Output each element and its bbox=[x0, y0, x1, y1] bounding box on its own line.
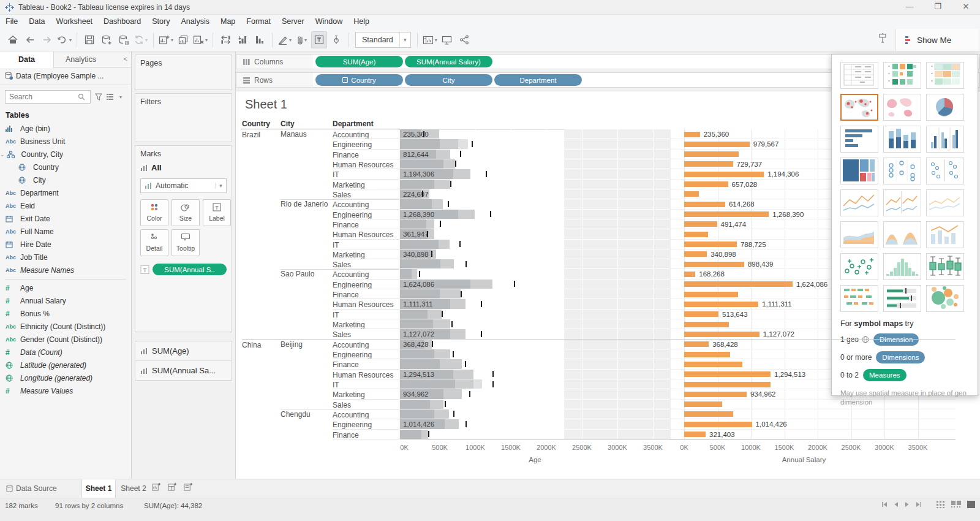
nav-prev-icon[interactable] bbox=[894, 501, 899, 508]
salary-bar[interactable] bbox=[684, 401, 722, 407]
filters-card[interactable]: Filters bbox=[135, 93, 232, 142]
age-bar-segment[interactable] bbox=[400, 310, 428, 319]
field-country[interactable]: Country bbox=[0, 161, 131, 173]
age-tick-mark[interactable] bbox=[451, 321, 453, 327]
salary-bar[interactable] bbox=[684, 272, 695, 277]
showme-bubbles[interactable] bbox=[926, 285, 964, 312]
age-tick-mark[interactable] bbox=[427, 231, 428, 237]
showme-box-whisker[interactable] bbox=[926, 253, 964, 280]
age-tick-mark[interactable] bbox=[422, 191, 423, 197]
age-tick-mark[interactable] bbox=[469, 391, 470, 397]
age-bar-segment[interactable] bbox=[400, 269, 412, 278]
menu-window[interactable]: Window bbox=[310, 15, 348, 28]
marks-section-sum-age[interactable]: SUM(Age) bbox=[135, 341, 232, 360]
field-data-count-[interactable]: #Data (Count) bbox=[0, 346, 131, 359]
view-options-caret-icon[interactable]: ▾ bbox=[119, 94, 122, 100]
menu-server[interactable]: Server bbox=[276, 15, 310, 28]
age-tick-mark[interactable] bbox=[455, 161, 456, 167]
sheet-tab-sheet-2[interactable]: Sheet 2 bbox=[116, 479, 151, 498]
duplicate-button[interactable] bbox=[175, 31, 191, 48]
showme-pill-dimensions[interactable]: Dimensions bbox=[876, 351, 925, 363]
clear-sheet-button[interactable]: ▾ bbox=[192, 31, 208, 48]
showme-pie[interactable] bbox=[926, 94, 964, 121]
salary-bar[interactable] bbox=[684, 302, 758, 307]
salary-bar[interactable] bbox=[684, 332, 760, 337]
sort-desc-button[interactable] bbox=[252, 31, 268, 48]
menu-format[interactable]: Format bbox=[241, 15, 276, 28]
nav-last-icon[interactable] bbox=[916, 501, 922, 508]
age-tick-mark[interactable] bbox=[453, 411, 454, 417]
new-dashboard-icon[interactable] bbox=[168, 482, 183, 496]
salary-bar[interactable] bbox=[684, 341, 709, 347]
show-me-button[interactable]: Show Me bbox=[895, 29, 978, 51]
age-tick-mark[interactable] bbox=[459, 241, 461, 247]
field-business-unit[interactable]: AbcBusiness Unit bbox=[0, 135, 131, 148]
field-longitude-generated-[interactable]: Longitude (generated) bbox=[0, 371, 131, 384]
age-tick-mark[interactable] bbox=[428, 431, 429, 437]
age-bar-segment[interactable] bbox=[400, 409, 434, 419]
data-source-tab[interactable]: Data Source bbox=[0, 479, 66, 498]
age-bar-segment[interactable] bbox=[400, 319, 433, 329]
showme-lines[interactable] bbox=[840, 189, 878, 216]
add-data-button[interactable] bbox=[99, 31, 115, 48]
age-bar-segment[interactable] bbox=[400, 400, 430, 409]
salary-bar[interactable] bbox=[684, 211, 769, 217]
age-tick-mark[interactable] bbox=[472, 141, 473, 147]
field-ethnicity-count-distinct-[interactable]: AbcEthnicity (Count (Distinct)) bbox=[0, 320, 131, 333]
showme-bars-stacked[interactable] bbox=[883, 126, 921, 153]
tooltip-shelf-button[interactable]: Tooltip bbox=[172, 229, 200, 256]
size-shelf-button[interactable]: Size bbox=[172, 199, 200, 226]
minimize-button[interactable]: — bbox=[895, 0, 924, 15]
age-bar-segment[interactable] bbox=[400, 180, 434, 189]
group-button[interactable]: ▾ bbox=[294, 31, 310, 48]
field-measure-values[interactable]: #Measure Values bbox=[0, 384, 131, 397]
sort-asc-button[interactable] bbox=[235, 31, 251, 48]
salary-bar[interactable] bbox=[684, 411, 733, 417]
pill-sum-age-[interactable]: SUM(Age) bbox=[315, 56, 403, 67]
pill-city[interactable]: City bbox=[405, 74, 492, 86]
salary-bar[interactable] bbox=[684, 422, 752, 427]
view-full-icon[interactable] bbox=[967, 501, 975, 508]
salary-bar[interactable] bbox=[684, 132, 700, 137]
showme-filled-map[interactable] bbox=[883, 94, 921, 121]
salary-bar[interactable] bbox=[684, 292, 738, 297]
marks-scope-all[interactable]: All bbox=[135, 161, 232, 175]
age-tick-mark[interactable] bbox=[440, 221, 441, 227]
field-full-name[interactable]: AbcFull Name bbox=[0, 225, 131, 238]
salary-bar[interactable] bbox=[684, 352, 730, 357]
age-tick-mark[interactable] bbox=[466, 261, 467, 267]
menu-story[interactable]: Story bbox=[146, 15, 175, 28]
menu-map[interactable]: Map bbox=[215, 15, 241, 28]
showme-bars-side[interactable] bbox=[926, 126, 964, 153]
salary-bar[interactable] bbox=[684, 392, 747, 397]
nav-first-icon[interactable] bbox=[881, 501, 888, 508]
pause-updates-button[interactable] bbox=[116, 31, 132, 48]
pill-sum-annual-salary-[interactable]: SUM(Annual Salary) bbox=[405, 56, 492, 67]
showme-heat-map[interactable] bbox=[926, 62, 964, 89]
showme-side-circles[interactable] bbox=[926, 158, 964, 184]
showme-pill-measures[interactable]: Measures bbox=[863, 369, 907, 381]
salary-bar[interactable] bbox=[684, 311, 718, 317]
age-tick-mark[interactable] bbox=[486, 171, 487, 177]
showme-gantt[interactable] bbox=[840, 285, 878, 312]
age-bar-segment[interactable] bbox=[400, 199, 432, 208]
forward-button[interactable] bbox=[39, 31, 55, 48]
age-tick-mark[interactable] bbox=[423, 131, 424, 137]
undo-button[interactable]: ▾ bbox=[56, 31, 72, 48]
salary-bar[interactable] bbox=[684, 322, 729, 327]
pages-card[interactable]: Pages bbox=[135, 55, 232, 90]
salary-bar[interactable] bbox=[684, 362, 742, 367]
menu-help[interactable]: Help bbox=[348, 15, 375, 28]
label-pill[interactable]: SUM(Annual S.. bbox=[153, 264, 227, 275]
pill-department[interactable]: Department bbox=[494, 74, 582, 86]
detail-shelf-button[interactable]: Detail bbox=[140, 229, 168, 256]
save-button[interactable] bbox=[81, 31, 97, 48]
view-film-icon[interactable] bbox=[951, 501, 961, 508]
menu-data[interactable]: Data bbox=[23, 15, 50, 28]
field-country-city[interactable]: ⌄Country, City bbox=[0, 148, 131, 161]
showme-area-discrete[interactable] bbox=[883, 221, 921, 248]
age-tick-mark[interactable] bbox=[432, 341, 433, 347]
field-eeid[interactable]: AbcEeid bbox=[0, 199, 131, 212]
field-measure-names[interactable]: AbcMeasure Names bbox=[0, 264, 131, 276]
age-bar-segment[interactable] bbox=[400, 289, 440, 299]
